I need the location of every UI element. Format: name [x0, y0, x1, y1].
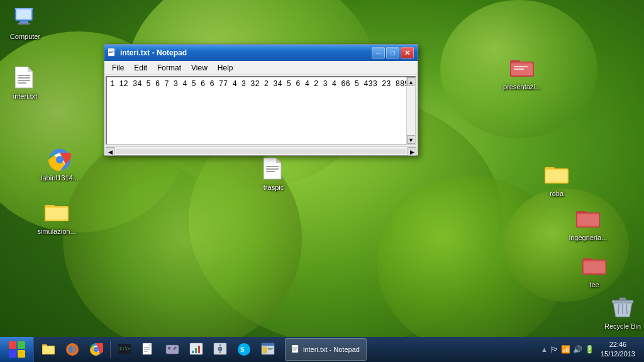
svg-rect-86	[262, 343, 274, 346]
taskbar-chrome-icon[interactable]	[85, 338, 108, 361]
notepad-titlebar[interactable]: interi.txt - Notepad ─ □ ✕	[104, 45, 418, 61]
svg-rect-52	[18, 341, 25, 349]
computer-image	[13, 6, 38, 31]
clock-time: 22:46	[609, 340, 627, 349]
svg-rect-72	[169, 347, 170, 349]
taskbar-chart-icon[interactable]	[185, 338, 208, 361]
tray-network-icon[interactable]: 📶	[561, 345, 570, 354]
tray-volume-icon[interactable]: 🔊	[573, 345, 582, 354]
notepad-menubar: File Edit Format View Help	[104, 61, 418, 75]
active-notepad-label: interi.txt - Notepad	[303, 346, 360, 353]
notepad-title: interi.txt - Notepad	[108, 48, 187, 57]
view-menu[interactable]: View	[186, 62, 213, 74]
svg-text:C:\>: C:\>	[119, 346, 130, 351]
tee-folder-image	[582, 254, 607, 279]
maximize-button[interactable]: □	[386, 47, 399, 58]
svg-rect-88	[268, 348, 273, 349]
svg-point-13	[56, 156, 64, 163]
tray-battery-icon[interactable]: 🔋	[585, 345, 594, 354]
svg-rect-77	[195, 348, 197, 353]
svg-line-46	[626, 304, 627, 314]
presentazi-image	[509, 56, 535, 81]
notepad-window: interi.txt - Notepad ─ □ ✕ File Edit For…	[104, 44, 418, 156]
tray-icons: ▲ 🏳 📶 🔊 🔋	[541, 345, 594, 354]
svg-rect-28	[514, 69, 524, 70]
notepad-scrollbar-vertical[interactable]: ▲ ▼	[406, 77, 415, 144]
svg-point-80	[218, 347, 222, 351]
presentazi-icon[interactable]: presentazi...	[500, 53, 544, 94]
svg-rect-17	[46, 208, 67, 219]
close-button[interactable]: ✕	[401, 47, 414, 58]
svg-rect-57	[43, 346, 54, 354]
file-menu[interactable]: File	[107, 62, 129, 74]
ingegneria-folder-icon[interactable]: ingegneria...	[566, 204, 610, 244]
recycle-bin-label: Recycle Bin	[604, 322, 641, 331]
taskbar-pinned-icons: C:\>	[34, 337, 282, 362]
traspic-label: traspic	[264, 184, 284, 192]
svg-rect-3	[18, 23, 30, 25]
taskbar-skype-icon[interactable]: S	[233, 338, 255, 361]
format-menu[interactable]: Format	[152, 62, 186, 74]
recycle-bin-icon[interactable]: Recycle Bin	[601, 293, 644, 333]
system-tray: ▲ 🏳 📶 🔊 🔋 22:46 15/12/2013	[536, 337, 644, 362]
svg-rect-53	[9, 350, 16, 358]
taskbar-active-notepad[interactable]: interi.txt - Notepad	[285, 338, 367, 361]
traspic-image	[261, 156, 286, 182]
taskbar-settings-icon[interactable]	[209, 338, 231, 361]
chrome-labinf-label: labinf1314....	[40, 174, 79, 190]
notepad-scrollbar-horizontal[interactable]: ◀ ▶	[106, 146, 416, 155]
recycle-bin-image	[610, 295, 635, 321]
svg-rect-1	[16, 9, 31, 19]
active-notepad-item[interactable]: interi.txt - Notepad	[285, 338, 367, 361]
interi-txt-image	[13, 65, 38, 90]
svg-rect-36	[577, 214, 599, 226]
tray-arrow-icon[interactable]: ▲	[541, 346, 548, 353]
taskbar-game-icon[interactable]	[161, 338, 184, 361]
start-button[interactable]	[0, 337, 34, 362]
ingegneria-label: ingegneria...	[569, 234, 608, 242]
computer-icon[interactable]: Computer	[3, 3, 47, 43]
chrome-image	[47, 147, 72, 172]
taskbar-terminal-icon[interactable]: C:\>	[113, 338, 136, 361]
svg-rect-27	[514, 66, 528, 67]
roba-folder-icon[interactable]: roba	[535, 160, 579, 200]
taskbar-explorer2-icon[interactable]	[257, 338, 279, 361]
svg-rect-32	[546, 170, 567, 182]
notepad-content-area[interactable]: 1 12 34 5 6 7 3 4 5 6 6 77 4 3 32 2 34 5…	[106, 76, 416, 145]
taskbar-divider1	[110, 341, 111, 358]
svg-rect-54	[18, 350, 25, 358]
svg-rect-50	[109, 52, 113, 53]
simulazioni-label: simulazion...	[37, 228, 75, 236]
clock-date: 15/12/2013	[601, 349, 635, 359]
edit-menu[interactable]: Edit	[129, 62, 152, 74]
svg-rect-42	[612, 300, 633, 303]
svg-text:S: S	[240, 345, 245, 354]
taskbar-notepad-icon[interactable]	[137, 338, 160, 361]
svg-rect-70	[166, 345, 179, 354]
taskbar-browser-icon[interactable]	[61, 338, 84, 361]
interi-txt-label: interi.txt	[13, 92, 38, 101]
svg-rect-43	[619, 298, 626, 300]
svg-rect-87	[263, 347, 267, 353]
minimize-button[interactable]: ─	[372, 47, 385, 58]
traspic-icon[interactable]: traspic	[252, 154, 296, 194]
roba-label: roba	[550, 190, 564, 198]
svg-rect-40	[584, 261, 605, 273]
chrome-labinf-icon[interactable]: labinf1314....	[38, 145, 82, 193]
svg-rect-89	[268, 349, 272, 350]
svg-rect-81	[219, 344, 221, 346]
ingegneria-folder-image	[575, 207, 601, 232]
help-menu[interactable]: Help	[213, 62, 238, 74]
svg-rect-4	[15, 8, 33, 9]
desktop: Computer interi.txt	[0, 0, 644, 362]
taskbar-explorer-icon[interactable]	[37, 338, 60, 361]
tray-flag-icon[interactable]: 🏳	[550, 345, 558, 354]
svg-line-44	[618, 304, 619, 314]
clock-area[interactable]: 22:46 15/12/2013	[597, 340, 639, 359]
interi-txt-icon[interactable]: interi.txt	[3, 63, 47, 103]
notepad-text[interactable]: 1 12 34 5 6 7 3 4 5 6 6 77 4 3 32 2 34 5…	[107, 77, 406, 92]
tee-label: tee	[589, 281, 599, 289]
tee-folder-icon[interactable]: tee	[572, 251, 616, 292]
simulazioni-folder-icon[interactable]: simulazion...	[35, 198, 79, 238]
svg-rect-48	[109, 50, 114, 50]
